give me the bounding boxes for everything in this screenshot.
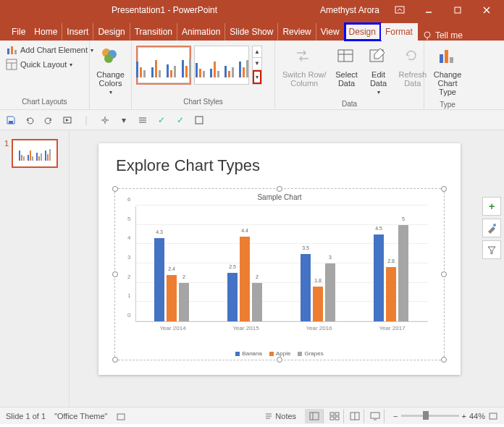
- svg-rect-0: [395, 7, 404, 13]
- tab-design[interactable]: Design: [93, 23, 130, 41]
- svg-rect-38: [335, 413, 339, 415]
- chart-style-1[interactable]: [136, 46, 191, 85]
- handle-s[interactable]: [277, 357, 282, 363]
- quick-layout-icon: [6, 59, 17, 70]
- gallery-up-icon[interactable]: ▲: [253, 46, 261, 58]
- quick-access-toolbar: | ▾ ✓ ✓: [0, 110, 504, 130]
- edit-data-button[interactable]: Edit Data▾: [363, 43, 395, 98]
- close-button[interactable]: [472, 0, 501, 20]
- tab-slideshow[interactable]: Slide Show: [225, 23, 278, 41]
- svg-rect-8: [11, 46, 13, 54]
- tab-chart-design[interactable]: Design: [345, 23, 381, 41]
- change-colors-button[interactable]: Change Colors▾: [93, 43, 128, 98]
- zoom-out-icon[interactable]: −: [393, 412, 398, 420]
- spell-check-icon[interactable]: ✓: [155, 114, 168, 127]
- group-chart-layouts: Chart Layouts: [3, 96, 86, 107]
- handle-ne[interactable]: [441, 186, 447, 192]
- undo-icon[interactable]: [23, 114, 36, 127]
- save-icon[interactable]: [4, 114, 17, 127]
- thumbnail-pane[interactable]: 1: [0, 130, 70, 407]
- switch-icon: [293, 46, 316, 69]
- change-chart-type-button[interactable]: Change Chart Type: [427, 43, 468, 99]
- tab-format[interactable]: Format: [381, 23, 418, 41]
- tab-transitions[interactable]: Transition: [130, 23, 177, 41]
- chart-object[interactable]: Sample Chart 01234564.32.42Year 20142.54…: [114, 188, 445, 360]
- tell-me[interactable]: Tell me: [422, 30, 463, 41]
- touch-mode-icon[interactable]: [98, 114, 112, 127]
- add-chart-element-button[interactable]: Add Chart Element▾: [3, 43, 86, 57]
- edit-data-icon: [367, 46, 390, 69]
- svg-rect-40: [335, 417, 339, 420]
- handle-n[interactable]: [277, 186, 282, 192]
- tab-review[interactable]: Review: [278, 23, 316, 41]
- gallery-down-icon[interactable]: ▼: [253, 58, 261, 69]
- refresh-icon: [401, 46, 424, 69]
- normal-view-icon[interactable]: [305, 409, 324, 423]
- handle-nw[interactable]: [112, 186, 118, 192]
- zoom-value[interactable]: 44%: [469, 412, 485, 420]
- zoom-control[interactable]: − + 44%: [393, 412, 498, 420]
- status-bar: Slide 1 of 1 "Office Theme" Notes − + 44…: [0, 407, 504, 424]
- slide-title[interactable]: Explore Chart Types: [116, 156, 443, 175]
- redo-icon[interactable]: [42, 114, 55, 127]
- slideshow-view-icon[interactable]: [366, 409, 385, 423]
- handle-e[interactable]: [441, 271, 447, 277]
- slide-thumbnail-1[interactable]: 1: [4, 139, 64, 168]
- svg-rect-20: [440, 54, 443, 63]
- switch-row-col-button: Switch Row/ Column: [278, 43, 331, 98]
- select-data-button[interactable]: Select Data: [331, 43, 363, 98]
- group-type: Type: [427, 99, 468, 110]
- user-name[interactable]: Amethyst Arora: [320, 5, 379, 15]
- svg-point-30: [493, 224, 496, 227]
- chart-style-2[interactable]: [194, 46, 249, 85]
- ribbon: Add Chart Element▾ Quick Layout▾ Chart L…: [0, 41, 504, 110]
- ribbon-options-icon[interactable]: [385, 0, 414, 20]
- svg-rect-9: [14, 50, 17, 54]
- tab-home[interactable]: Home: [30, 23, 62, 41]
- svg-rect-23: [9, 121, 13, 124]
- minimize-button[interactable]: [414, 0, 443, 20]
- outline-icon[interactable]: [136, 114, 149, 127]
- chart-styles-gallery[interactable]: ▲▼▾: [135, 43, 272, 88]
- quick-layout-button[interactable]: Quick Layout▾: [3, 57, 86, 72]
- select-data-icon: [335, 46, 358, 69]
- handle-w[interactable]: [112, 271, 118, 277]
- change-colors-icon: [99, 46, 122, 69]
- gallery-scroll[interactable]: ▲▼▾: [252, 46, 262, 85]
- notes-button[interactable]: Notes: [264, 412, 296, 420]
- start-from-beginning-icon[interactable]: [61, 114, 74, 127]
- group-chart-styles: Chart Styles: [135, 96, 272, 107]
- svg-rect-29: [196, 117, 203, 124]
- gallery-more-icon[interactable]: ▾: [253, 70, 261, 84]
- zoom-in-icon[interactable]: +: [462, 412, 466, 420]
- handle-sw[interactable]: [112, 357, 118, 363]
- spell-check-2-icon[interactable]: ✓: [174, 114, 187, 127]
- qat-more-icon[interactable]: ▾: [117, 114, 130, 127]
- slide[interactable]: Explore Chart Types Sample Chart 0123456…: [98, 143, 461, 375]
- svg-rect-21: [445, 50, 448, 63]
- reading-view-icon[interactable]: [345, 409, 364, 423]
- chart-filters-button[interactable]: [482, 240, 501, 259]
- tab-file[interactable]: File: [4, 23, 30, 41]
- svg-rect-31: [117, 414, 125, 420]
- chart-title[interactable]: Sample Chart: [115, 193, 444, 201]
- view-buttons: [305, 409, 385, 423]
- maximize-button[interactable]: [443, 0, 472, 20]
- chart-styles-button[interactable]: [482, 219, 501, 237]
- status-theme: "Office Theme": [54, 412, 107, 420]
- chart-elements-button[interactable]: +: [482, 197, 501, 216]
- new-slide-icon[interactable]: [193, 114, 206, 127]
- tab-animations[interactable]: Animation: [177, 23, 225, 41]
- tab-view[interactable]: View: [316, 23, 345, 41]
- handle-se[interactable]: [441, 357, 447, 363]
- status-a11y-icon[interactable]: [116, 411, 126, 421]
- sorter-view-icon[interactable]: [325, 409, 344, 423]
- tell-me-label: Tell me: [435, 30, 463, 41]
- zoom-slider[interactable]: [401, 415, 459, 417]
- title-bar: Presentation1 - PowerPoint Amethyst Aror…: [0, 0, 504, 20]
- svg-point-5: [424, 32, 430, 38]
- fit-to-window-icon[interactable]: [488, 412, 498, 420]
- slide-area[interactable]: Explore Chart Types Sample Chart 0123456…: [70, 130, 504, 407]
- tab-insert[interactable]: Insert: [62, 23, 93, 41]
- add-chart-element-icon: [6, 44, 17, 56]
